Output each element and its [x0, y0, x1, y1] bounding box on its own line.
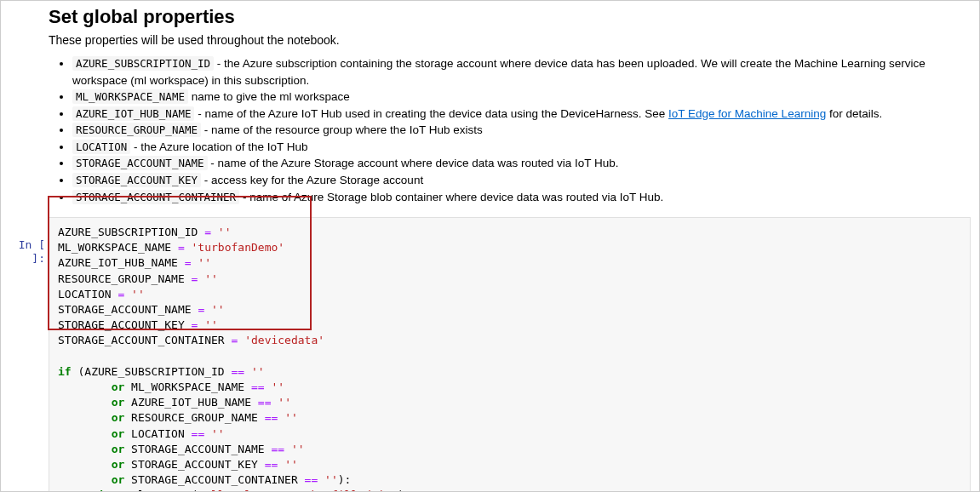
- prop-code: STORAGE_ACCOUNT_NAME: [72, 156, 208, 170]
- code-cell[interactable]: AZURE_SUBSCRIPTION_ID = '' ML_WORKSPACE_…: [49, 217, 971, 492]
- list-item: STORAGE_ACCOUNT_NAME - name of the Azure…: [72, 155, 971, 172]
- doc-link[interactable]: IoT Edge for Machine Learning: [668, 107, 826, 120]
- list-item: STORAGE_ACCOUNT_KEY - access key for the…: [72, 172, 971, 189]
- prop-code: STORAGE_ACCOUNT_KEY: [72, 173, 201, 187]
- prop-code: STORAGE_ACCOUNT_CONTAINER: [72, 190, 239, 204]
- cell-gutter: In [ ]:: [1, 1, 49, 492]
- list-item: AZURE_SUBSCRIPTION_ID - the Azure subscr…: [72, 55, 971, 89]
- intro-text: These properties will be used throughout…: [49, 33, 971, 47]
- list-item: RESOURCE_GROUP_NAME - name of the resour…: [72, 122, 971, 139]
- input-prompt: In [ ]:: [19, 238, 45, 265]
- list-item: ML_WORKSPACE_NAME name to give the ml wo…: [72, 89, 971, 106]
- list-item: AZURE_IOT_HUB_NAME - name of the Azure I…: [72, 106, 971, 123]
- prop-code: AZURE_SUBSCRIPTION_ID: [72, 56, 214, 71]
- prop-code: AZURE_IOT_HUB_NAME: [72, 106, 194, 121]
- list-item: STORAGE_ACCOUNT_CONTAINER - name of Azur…: [72, 189, 971, 206]
- property-list: AZURE_SUBSCRIPTION_ID - the Azure subscr…: [49, 55, 971, 205]
- prop-code: LOCATION: [72, 140, 130, 154]
- list-item: LOCATION - the Azure location of the IoT…: [72, 139, 971, 156]
- prop-code: ML_WORKSPACE_NAME: [72, 89, 188, 104]
- notebook-content: Set global properties These properties w…: [49, 1, 979, 492]
- code-block: AZURE_SUBSCRIPTION_ID = '' ML_WORKSPACE_…: [58, 225, 961, 492]
- prop-code: RESOURCE_GROUP_NAME: [72, 123, 201, 137]
- section-heading: Set global properties: [49, 6, 971, 28]
